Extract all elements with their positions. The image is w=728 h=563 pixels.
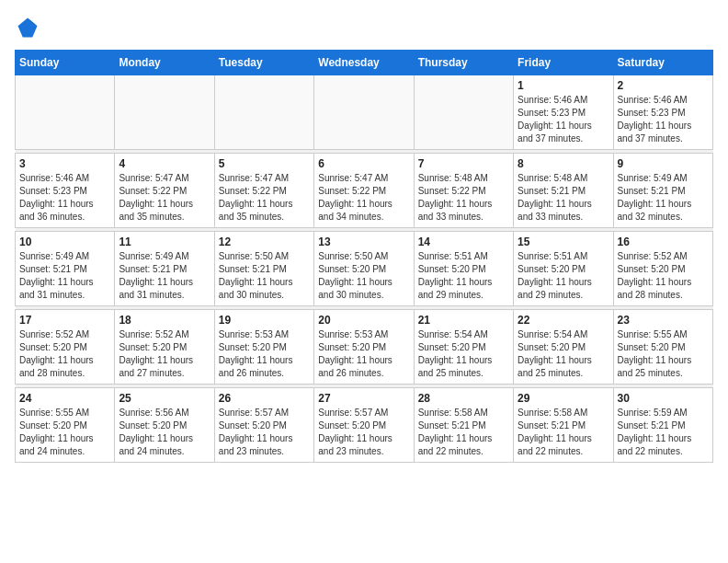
day-info: Sunrise: 5:46 AM Sunset: 5:23 PM Dayligh… — [19, 172, 110, 224]
calendar-week-row: 10Sunrise: 5:49 AM Sunset: 5:21 PM Dayli… — [16, 232, 713, 306]
calendar-cell: 26Sunrise: 5:57 AM Sunset: 5:20 PM Dayli… — [214, 388, 313, 463]
weekday-header-tuesday: Tuesday — [214, 51, 313, 75]
day-number: 24 — [19, 392, 110, 405]
day-number: 25 — [119, 392, 210, 405]
calendar-cell: 18Sunrise: 5:52 AM Sunset: 5:20 PM Dayli… — [115, 310, 214, 385]
weekday-header-wednesday: Wednesday — [314, 51, 414, 75]
calendar-cell: 24Sunrise: 5:55 AM Sunset: 5:20 PM Dayli… — [16, 388, 115, 463]
day-number: 15 — [518, 236, 609, 248]
calendar-cell: 20Sunrise: 5:53 AM Sunset: 5:20 PM Dayli… — [314, 310, 414, 385]
day-number: 12 — [219, 236, 310, 248]
day-info: Sunrise: 5:46 AM Sunset: 5:23 PM Dayligh… — [618, 94, 709, 145]
calendar-week-row: 17Sunrise: 5:52 AM Sunset: 5:20 PM Dayli… — [16, 310, 713, 385]
svg-marker-0 — [18, 18, 38, 38]
day-info: Sunrise: 5:47 AM Sunset: 5:22 PM Dayligh… — [318, 172, 409, 224]
day-info: Sunrise: 5:48 AM Sunset: 5:21 PM Dayligh… — [518, 172, 609, 224]
day-number: 17 — [19, 314, 110, 327]
day-info: Sunrise: 5:51 AM Sunset: 5:20 PM Dayligh… — [518, 250, 609, 302]
calendar-body: 1Sunrise: 5:46 AM Sunset: 5:23 PM Daylig… — [16, 75, 713, 463]
calendar-cell: 16Sunrise: 5:52 AM Sunset: 5:20 PM Dayli… — [613, 232, 712, 306]
calendar-cell: 10Sunrise: 5:49 AM Sunset: 5:21 PM Dayli… — [16, 232, 115, 306]
day-info: Sunrise: 5:57 AM Sunset: 5:20 PM Dayligh… — [219, 407, 310, 458]
day-number: 30 — [618, 392, 709, 405]
calendar-week-row: 1Sunrise: 5:46 AM Sunset: 5:23 PM Daylig… — [16, 75, 713, 150]
day-info: Sunrise: 5:58 AM Sunset: 5:21 PM Dayligh… — [518, 407, 609, 458]
calendar-cell: 15Sunrise: 5:51 AM Sunset: 5:20 PM Dayli… — [514, 232, 613, 306]
logo-icon — [15, 15, 40, 40]
weekday-header-thursday: Thursday — [414, 51, 513, 75]
calendar-cell: 29Sunrise: 5:58 AM Sunset: 5:21 PM Dayli… — [514, 388, 613, 463]
weekday-header-saturday: Saturday — [613, 51, 712, 75]
calendar-week-row: 24Sunrise: 5:55 AM Sunset: 5:20 PM Dayli… — [16, 388, 713, 463]
day-number: 6 — [318, 157, 409, 170]
day-info: Sunrise: 5:50 AM Sunset: 5:20 PM Dayligh… — [318, 250, 409, 302]
calendar-cell — [115, 75, 214, 150]
calendar-cell: 23Sunrise: 5:55 AM Sunset: 5:20 PM Dayli… — [613, 310, 712, 385]
day-number: 27 — [318, 392, 409, 405]
day-info: Sunrise: 5:52 AM Sunset: 5:20 PM Dayligh… — [19, 328, 110, 380]
weekday-header-monday: Monday — [115, 51, 214, 75]
calendar-cell: 17Sunrise: 5:52 AM Sunset: 5:20 PM Dayli… — [16, 310, 115, 385]
day-number: 1 — [518, 79, 609, 92]
day-number: 16 — [618, 236, 709, 248]
calendar-cell: 8Sunrise: 5:48 AM Sunset: 5:21 PM Daylig… — [514, 154, 613, 228]
weekday-header-friday: Friday — [514, 51, 613, 75]
day-info: Sunrise: 5:59 AM Sunset: 5:21 PM Dayligh… — [618, 407, 709, 458]
calendar-cell: 19Sunrise: 5:53 AM Sunset: 5:20 PM Dayli… — [214, 310, 313, 385]
day-info: Sunrise: 5:49 AM Sunset: 5:21 PM Dayligh… — [119, 250, 210, 302]
calendar-cell: 2Sunrise: 5:46 AM Sunset: 5:23 PM Daylig… — [613, 75, 712, 150]
day-number: 7 — [418, 157, 509, 170]
calendar-cell — [16, 75, 115, 150]
day-number: 22 — [518, 314, 609, 327]
day-number: 26 — [219, 392, 310, 405]
calendar-cell — [214, 75, 313, 150]
calendar-cell — [414, 75, 513, 150]
day-info: Sunrise: 5:48 AM Sunset: 5:22 PM Dayligh… — [418, 172, 509, 224]
day-number: 23 — [618, 314, 709, 327]
day-number: 2 — [618, 79, 709, 92]
calendar-week-row: 3Sunrise: 5:46 AM Sunset: 5:23 PM Daylig… — [16, 154, 713, 228]
day-info: Sunrise: 5:47 AM Sunset: 5:22 PM Dayligh… — [119, 172, 210, 224]
calendar-cell: 11Sunrise: 5:49 AM Sunset: 5:21 PM Dayli… — [115, 232, 214, 306]
calendar-cell: 7Sunrise: 5:48 AM Sunset: 5:22 PM Daylig… — [414, 154, 513, 228]
day-number: 29 — [518, 392, 609, 405]
day-number: 20 — [318, 314, 409, 327]
calendar-cell: 4Sunrise: 5:47 AM Sunset: 5:22 PM Daylig… — [115, 154, 214, 228]
calendar-cell: 13Sunrise: 5:50 AM Sunset: 5:20 PM Dayli… — [314, 232, 414, 306]
day-number: 18 — [119, 314, 210, 327]
day-info: Sunrise: 5:51 AM Sunset: 5:20 PM Dayligh… — [418, 250, 509, 302]
calendar-cell: 9Sunrise: 5:49 AM Sunset: 5:21 PM Daylig… — [613, 154, 712, 228]
day-info: Sunrise: 5:56 AM Sunset: 5:20 PM Dayligh… — [119, 407, 210, 458]
calendar-table: SundayMondayTuesdayWednesdayThursdayFrid… — [15, 50, 713, 463]
calendar-cell: 12Sunrise: 5:50 AM Sunset: 5:21 PM Dayli… — [214, 232, 313, 306]
day-info: Sunrise: 5:57 AM Sunset: 5:20 PM Dayligh… — [318, 407, 409, 458]
weekday-header-row: SundayMondayTuesdayWednesdayThursdayFrid… — [16, 51, 713, 75]
day-number: 14 — [418, 236, 509, 248]
logo — [15, 15, 44, 40]
day-number: 28 — [418, 392, 509, 405]
page-header — [15, 15, 713, 40]
day-info: Sunrise: 5:52 AM Sunset: 5:20 PM Dayligh… — [618, 250, 709, 302]
day-number: 19 — [219, 314, 310, 327]
calendar-cell: 14Sunrise: 5:51 AM Sunset: 5:20 PM Dayli… — [414, 232, 513, 306]
day-info: Sunrise: 5:53 AM Sunset: 5:20 PM Dayligh… — [219, 328, 310, 380]
day-info: Sunrise: 5:49 AM Sunset: 5:21 PM Dayligh… — [618, 172, 709, 224]
day-info: Sunrise: 5:50 AM Sunset: 5:21 PM Dayligh… — [219, 250, 310, 302]
day-info: Sunrise: 5:53 AM Sunset: 5:20 PM Dayligh… — [318, 328, 409, 380]
day-number: 21 — [418, 314, 509, 327]
day-number: 5 — [219, 157, 310, 170]
day-number: 4 — [119, 157, 210, 170]
calendar-cell: 22Sunrise: 5:54 AM Sunset: 5:20 PM Dayli… — [514, 310, 613, 385]
day-info: Sunrise: 5:52 AM Sunset: 5:20 PM Dayligh… — [119, 328, 210, 380]
day-info: Sunrise: 5:58 AM Sunset: 5:21 PM Dayligh… — [418, 407, 509, 458]
day-info: Sunrise: 5:55 AM Sunset: 5:20 PM Dayligh… — [618, 328, 709, 380]
day-info: Sunrise: 5:55 AM Sunset: 5:20 PM Dayligh… — [19, 407, 110, 458]
day-info: Sunrise: 5:54 AM Sunset: 5:20 PM Dayligh… — [518, 328, 609, 380]
calendar-cell: 21Sunrise: 5:54 AM Sunset: 5:20 PM Dayli… — [414, 310, 513, 385]
day-number: 13 — [318, 236, 409, 248]
weekday-header-sunday: Sunday — [16, 51, 115, 75]
day-info: Sunrise: 5:47 AM Sunset: 5:22 PM Dayligh… — [219, 172, 310, 224]
day-info: Sunrise: 5:46 AM Sunset: 5:23 PM Dayligh… — [518, 94, 609, 145]
day-info: Sunrise: 5:49 AM Sunset: 5:21 PM Dayligh… — [19, 250, 110, 302]
calendar-cell: 25Sunrise: 5:56 AM Sunset: 5:20 PM Dayli… — [115, 388, 214, 463]
